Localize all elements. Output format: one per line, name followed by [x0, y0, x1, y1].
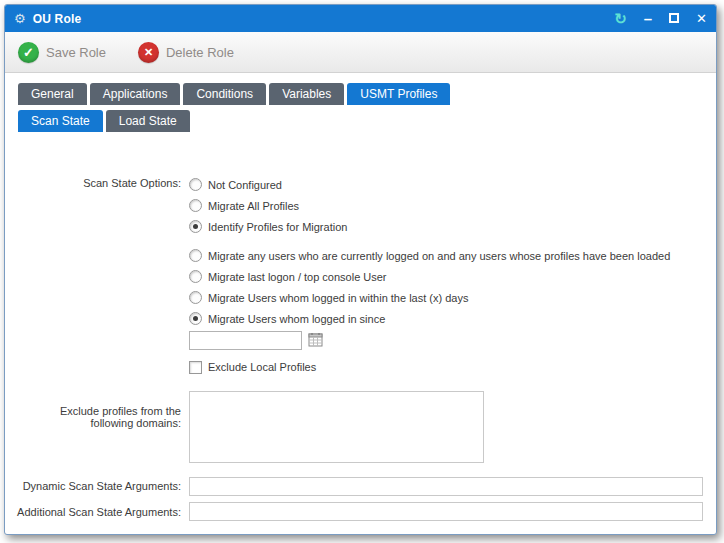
calendar-icon — [308, 332, 324, 347]
exclude-domains-textarea[interactable] — [189, 391, 484, 463]
delete-x-icon: ✕ — [138, 42, 159, 63]
minimize-icon[interactable]: – — [644, 11, 652, 26]
radio-not-configured[interactable]: Not Configured — [189, 174, 704, 195]
exclude-domains-control — [189, 391, 704, 465]
radio-label: Migrate All Profiles — [208, 200, 299, 212]
delete-role-button[interactable]: ✕ Delete Role — [138, 42, 234, 63]
radio-label: Migrate Users whom logged in within the … — [208, 292, 468, 304]
sub-tabstrip: Scan State Load State — [5, 105, 716, 132]
radio-migrate-last-x-days[interactable]: Migrate Users whom logged in within the … — [189, 287, 704, 308]
scan-state-options-group: Not Configured Migrate All Profiles Iden… — [189, 174, 704, 376]
exclude-domains-label: Exclude profiles from the following doma… — [17, 391, 189, 465]
scan-state-options-row: Scan State Options: Not Configured Migra… — [17, 174, 704, 376]
radio-icon — [189, 178, 202, 191]
radio-icon — [189, 199, 202, 212]
radio-identify-profiles[interactable]: Identify Profiles for Migration — [189, 216, 704, 237]
radio-migrate-current-users[interactable]: Migrate any users who are currently logg… — [189, 245, 704, 266]
dynamic-args-row: Dynamic Scan State Arguments: — [17, 477, 704, 496]
radio-migrate-all-profiles[interactable]: Migrate All Profiles — [189, 195, 704, 216]
scan-state-options-label: Scan State Options: — [17, 174, 189, 376]
maximize-icon[interactable] — [669, 12, 679, 25]
additional-args-row: Additional Scan State Arguments: — [17, 502, 704, 521]
delete-role-label: Delete Role — [166, 45, 234, 60]
subtab-load-state[interactable]: Load State — [106, 110, 190, 132]
dynamic-args-label: Dynamic Scan State Arguments: — [17, 477, 189, 496]
radio-label: Not Configured — [208, 179, 282, 191]
radio-icon — [189, 270, 202, 283]
radio-icon — [189, 249, 202, 262]
window-title: OU Role — [33, 12, 615, 26]
dynamic-args-input[interactable] — [189, 477, 703, 496]
titlebar[interactable]: ⚙ OU Role ↻ – ✕ — [5, 5, 716, 32]
calendar-button[interactable] — [305, 331, 325, 350]
radio-label: Migrate any users who are currently logg… — [208, 250, 670, 262]
checkbox-exclude-local-profiles[interactable]: Exclude Local Profiles — [189, 358, 704, 376]
tab-variables[interactable]: Variables — [269, 83, 344, 105]
save-role-label: Save Role — [46, 45, 106, 60]
additional-args-label: Additional Scan State Arguments: — [17, 506, 189, 518]
save-role-button[interactable]: ✓ Save Role — [18, 42, 106, 63]
additional-args-input[interactable] — [189, 502, 703, 521]
tab-applications[interactable]: Applications — [90, 83, 181, 105]
radio-migrate-since[interactable]: Migrate Users whom logged in since — [189, 308, 704, 329]
checkbox-label: Exclude Local Profiles — [208, 361, 316, 373]
maximize-box-glyph — [669, 13, 679, 23]
checkbox-icon — [189, 361, 202, 374]
window-controls: ↻ – ✕ — [614, 11, 707, 26]
tab-general[interactable]: General — [18, 83, 87, 105]
logged-in-since-date-input[interactable] — [189, 331, 302, 350]
radio-migrate-last-logon[interactable]: Migrate last logon / top console User — [189, 266, 704, 287]
close-icon[interactable]: ✕ — [696, 12, 707, 25]
save-check-icon: ✓ — [18, 42, 39, 63]
main-tabstrip: General Applications Conditions Variable… — [5, 73, 716, 105]
radio-icon — [189, 291, 202, 304]
refresh-icon[interactable]: ↻ — [614, 11, 627, 26]
toolbar: ✓ Save Role ✕ Delete Role — [5, 32, 716, 73]
subtab-scan-state[interactable]: Scan State — [18, 110, 103, 132]
radio-label: Identify Profiles for Migration — [208, 221, 347, 233]
ou-role-window: ⚙ OU Role ↻ – ✕ ✓ Save Role ✕ Delete Rol… — [4, 4, 717, 535]
scan-state-form: Scan State Options: Not Configured Migra… — [5, 132, 716, 521]
tab-conditions[interactable]: Conditions — [183, 83, 266, 105]
exclude-domains-row: Exclude profiles from the following doma… — [17, 391, 704, 465]
radio-label: Migrate Users whom logged in since — [208, 313, 385, 325]
app-icon: ⚙ — [14, 12, 26, 25]
radio-icon — [189, 312, 202, 325]
radio-label: Migrate last logon / top console User — [208, 271, 387, 283]
radio-group-gap — [189, 237, 704, 245]
radio-icon — [189, 220, 202, 233]
tab-usmt-profiles[interactable]: USMT Profiles — [347, 83, 450, 105]
logged-in-since-date-row — [189, 331, 704, 350]
